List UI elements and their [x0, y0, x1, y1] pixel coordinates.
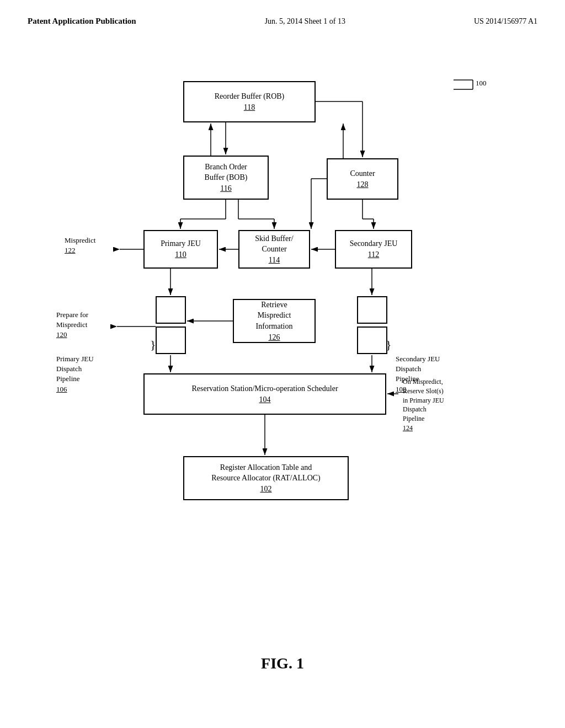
rat-alloc-number: 102: [260, 484, 272, 495]
rat-alloc-label: Register Allocation Table andResource Al…: [211, 462, 321, 484]
secondary-jeu-label: Secondary JEU: [350, 238, 398, 249]
retrieve-mispredict-label: RetrieveMispredictInformation: [256, 299, 293, 332]
on-mispredict-label: On Mispredict, Reserve Slot(s) in Primar…: [403, 377, 444, 433]
figure-label: FIG. 1: [28, 655, 537, 672]
primary-jeu-label: Primary JEU: [161, 238, 201, 249]
bob-box: Branch OrderBuffer (BOB) 116: [183, 156, 269, 200]
ref-100-label: 100: [476, 78, 487, 88]
counter-box: Counter 128: [327, 158, 398, 200]
page: Patent Application Publication Jun. 5, 2…: [0, 0, 565, 728]
secondary-pipeline-box1: [357, 296, 387, 324]
skid-buffer-label: Skid Buffer/Counter: [255, 233, 293, 255]
svg-text:}: }: [150, 338, 156, 351]
primary-dispatch-label: Primary JEU Dispatch Pipeline 106: [56, 354, 94, 394]
bob-number: 116: [220, 183, 231, 194]
diagram-container: • • • • • • } } Reorder Buffer (ROB) 118…: [34, 48, 531, 644]
header-right: US 2014/156977 A1: [474, 17, 537, 26]
rob-box: Reorder Buffer (ROB) 118: [183, 81, 316, 122]
secondary-jeu-number: 112: [368, 249, 379, 260]
primary-jeu-box: Primary JEU 110: [143, 230, 218, 269]
counter-label: Counter: [350, 168, 375, 179]
primary-jeu-number: 110: [175, 249, 186, 260]
reservation-station-number: 104: [259, 394, 271, 405]
secondary-jeu-box: Secondary JEU 112: [335, 230, 412, 269]
mispredict-label: Mispredict 122: [65, 235, 95, 255]
header-center: Jun. 5, 2014 Sheet 1 of 13: [265, 17, 345, 26]
primary-pipeline-box1: [156, 296, 186, 324]
reservation-station-label: Reservation Station/Micro-operation Sche…: [191, 383, 338, 394]
header: Patent Application Publication Jun. 5, 2…: [28, 17, 537, 26]
skid-buffer-number: 114: [269, 255, 280, 266]
retrieve-mispredict-box: RetrieveMispredictInformation 126: [233, 299, 316, 343]
reservation-station-box: Reservation Station/Micro-operation Sche…: [143, 373, 386, 415]
bob-label: Branch OrderBuffer (BOB): [205, 162, 248, 183]
counter-number: 128: [357, 179, 369, 190]
secondary-pipeline-box2: [357, 326, 387, 354]
header-left: Patent Application Publication: [28, 17, 136, 26]
diagram-svg: • • • • • • } }: [34, 48, 531, 644]
retrieve-mispredict-number: 126: [269, 332, 280, 343]
prepare-mispredict-label: Prepare for Mispredict 120: [56, 310, 88, 340]
primary-pipeline-box2: [156, 326, 186, 354]
rob-number: 118: [244, 102, 255, 113]
rob-label: Reorder Buffer (ROB): [215, 91, 285, 102]
rat-alloc-box: Register Allocation Table andResource Al…: [183, 456, 349, 500]
skid-buffer-box: Skid Buffer/Counter 114: [238, 230, 310, 269]
